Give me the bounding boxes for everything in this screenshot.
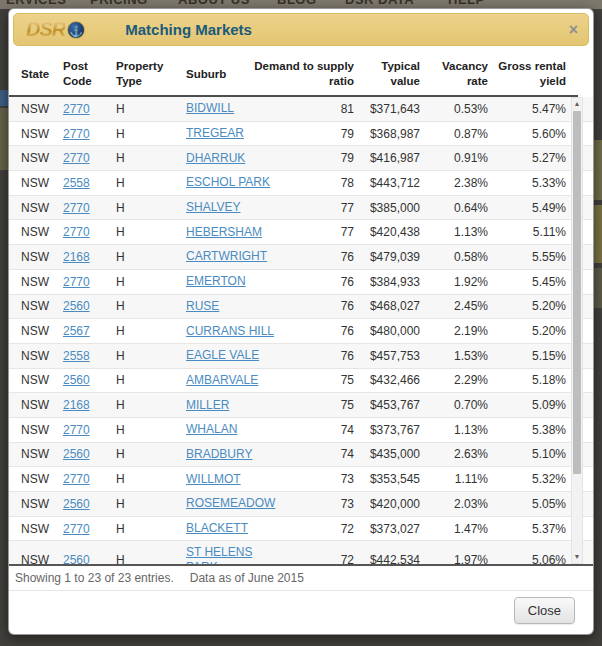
cell-post-code: 2560 [63,299,116,313]
post-code-link[interactable]: 2560 [63,497,90,511]
cell-vacancy-rate: 2.19% [420,324,488,338]
column-header-demand-supply-ratio: Demand to supply ratio [241,59,354,89]
cell-suburb: WHALAN [186,422,276,437]
cell-post-code: 2560 [63,553,116,566]
cell-vacancy-rate: 1.53% [420,349,488,363]
post-code-link[interactable]: 2558 [63,349,90,363]
table-row: NSW 2770 H TREGEAR 79 $368,987 0.87% 5.6… [9,122,594,147]
suburb-link[interactable]: HEBERSHAM [186,225,262,239]
suburb-link[interactable]: RUSE [186,299,219,313]
cell-demand-supply-ratio: 76 [276,299,354,313]
column-header-property-type: Property Type [116,59,186,89]
post-code-link[interactable]: 2770 [63,423,90,437]
background-nav-item: BLOG [277,0,317,7]
cell-property-type: H [116,447,186,461]
scrollbar-down-icon[interactable]: ▼ [572,551,582,563]
cell-post-code: 2770 [63,423,116,437]
cell-post-code: 2770 [63,472,116,486]
cell-vacancy-rate: 1.13% [420,225,488,239]
cell-state: NSW [21,472,63,486]
suburb-link[interactable]: ST HELENS PARK [186,545,252,566]
scrollbar-up-icon[interactable]: ▲ [572,98,582,110]
suburb-link[interactable]: BIDWILL [186,101,234,115]
showing-entries-text: Showing 1 to 23 of 23 entries. [15,571,174,585]
cell-demand-supply-ratio: 75 [276,373,354,387]
post-code-link[interactable]: 2770 [63,127,90,141]
post-code-link[interactable]: 2770 [63,225,90,239]
suburb-link[interactable]: MILLER [186,398,229,412]
cell-property-type: H [116,497,186,511]
suburb-link[interactable]: BRADBURY [186,447,252,461]
cell-vacancy-rate: 0.64% [420,201,488,215]
post-code-link[interactable]: 2560 [63,373,90,387]
cell-suburb: MILLER [186,398,276,413]
cell-demand-supply-ratio: 78 [276,176,354,190]
cell-gross-rental-yield: 5.45% [488,275,566,289]
post-code-link[interactable]: 2770 [63,102,90,116]
cell-suburb: CARTWRIGHT [186,249,276,264]
cell-gross-rental-yield: 5.27% [488,151,566,165]
post-code-link[interactable]: 2770 [63,201,90,215]
suburb-link[interactable]: CURRANS HILL [186,324,274,338]
suburb-link[interactable]: EMERTON [186,274,246,288]
cell-demand-supply-ratio: 75 [276,398,354,412]
post-code-link[interactable]: 2770 [63,275,90,289]
suburb-link[interactable]: TREGEAR [186,126,244,140]
cell-property-type: H [116,373,186,387]
suburb-link[interactable]: AMBARVALE [186,373,258,387]
suburb-link[interactable]: SHALVEY [186,200,240,214]
cell-typical-value: $420,000 [354,497,420,511]
table-row: NSW 2770 H EMERTON 76 $384,933 1.92% 5.4… [9,270,594,295]
data-as-of-text: Data as of June 2015 [190,571,304,585]
cell-suburb: RUSE [186,299,276,314]
post-code-link[interactable]: 2560 [63,553,90,566]
cell-post-code: 2770 [63,151,116,165]
post-code-link[interactable]: 2168 [63,250,90,264]
table-row: NSW 2558 H EAGLE VALE 76 $457,753 1.53% … [9,344,594,369]
table-scrollbar[interactable]: ▲ ▼ [571,97,583,564]
cell-post-code: 2770 [63,522,116,536]
cell-gross-rental-yield: 5.11% [488,225,566,239]
suburb-link[interactable]: DHARRUK [186,151,245,165]
post-code-link[interactable]: 2560 [63,299,90,313]
close-button[interactable]: Close [514,597,575,624]
cell-state: NSW [21,497,63,511]
post-code-link[interactable]: 2558 [63,176,90,190]
cell-demand-supply-ratio: 76 [276,250,354,264]
cell-property-type: H [116,201,186,215]
background-nav-item: PRICING [90,0,148,7]
cell-post-code: 2168 [63,250,116,264]
cell-typical-value: $371,643 [354,102,420,116]
suburb-link[interactable]: ROSEMEADOW [186,496,275,510]
suburb-link[interactable]: BLACKETT [186,521,248,535]
background-page-fragment [0,108,8,170]
cell-vacancy-rate: 2.38% [420,176,488,190]
cell-gross-rental-yield: 5.60% [488,127,566,141]
column-header-gross-rental-yield: Gross rental yield [488,59,566,89]
cell-post-code: 2770 [63,225,116,239]
cell-state: NSW [21,553,63,566]
suburb-link[interactable]: EAGLE VALE [186,348,259,362]
suburb-link[interactable]: WHALAN [186,422,237,436]
table-row: NSW 2558 H ESCHOL PARK 78 $443,712 2.38%… [9,171,594,196]
suburb-link[interactable]: ESCHOL PARK [186,175,270,189]
post-code-link[interactable]: 2560 [63,447,90,461]
suburb-link[interactable]: WILLMOT [186,472,241,486]
cell-demand-supply-ratio: 76 [276,275,354,289]
post-code-link[interactable]: 2770 [63,522,90,536]
suburb-link[interactable]: CARTWRIGHT [186,249,267,263]
post-code-link[interactable]: 2770 [63,151,90,165]
cell-demand-supply-ratio: 72 [276,522,354,536]
cell-property-type: H [116,225,186,239]
cell-post-code: 2770 [63,102,116,116]
modal-header: DSR ⚓ Matching Markets × [13,13,589,46]
close-icon[interactable]: × [569,22,578,38]
cell-vacancy-rate: 2.29% [420,373,488,387]
cell-suburb: TREGEAR [186,126,276,141]
post-code-link[interactable]: 2168 [63,398,90,412]
column-header-state: State [21,67,63,82]
post-code-link[interactable]: 2567 [63,324,90,338]
post-code-link[interactable]: 2770 [63,472,90,486]
scrollbar-thumb[interactable] [573,111,581,474]
cell-property-type: H [116,299,186,313]
